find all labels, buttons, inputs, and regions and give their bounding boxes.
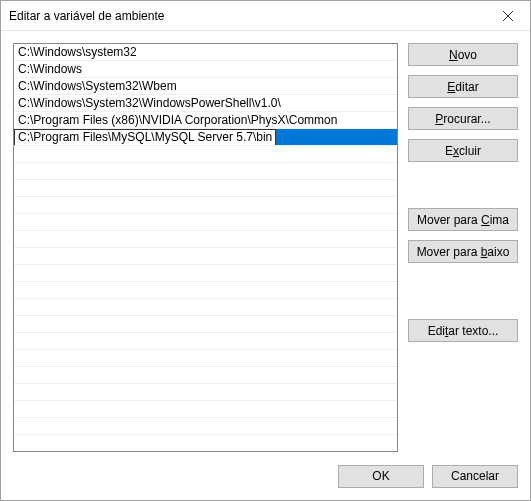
list-item-empty[interactable] [14, 248, 397, 265]
list-item-empty[interactable] [14, 299, 397, 316]
path-listbox[interactable]: C:\Windows\system32 C:\Windows C:\Window… [13, 43, 398, 452]
list-item-empty[interactable] [14, 316, 397, 333]
list-item[interactable]: C:\Windows\System32\WindowsPowerShell\v1… [14, 95, 397, 112]
move-down-button[interactable]: Mover para baixo [408, 240, 518, 263]
delete-button[interactable]: Excluir [408, 139, 518, 162]
list-item-empty[interactable] [14, 146, 397, 163]
browse-button[interactable]: Procurar... [408, 107, 518, 130]
new-button[interactable]: Novo [408, 43, 518, 66]
close-button[interactable] [485, 1, 530, 30]
list-item[interactable]: C:\Windows\System32\Wbem [14, 78, 397, 95]
list-item[interactable]: C:\Windows\system32 [14, 44, 397, 61]
list-item-empty[interactable] [14, 384, 397, 401]
list-item[interactable]: C:\Windows [14, 61, 397, 78]
list-item-empty[interactable] [14, 265, 397, 282]
list-item-empty[interactable] [14, 163, 397, 180]
move-up-button[interactable]: Mover para Cima [408, 208, 518, 231]
spacer [408, 171, 518, 199]
list-item-empty[interactable] [14, 180, 397, 197]
ok-button[interactable]: OK [338, 465, 424, 488]
list-item-selected[interactable]: C:\Program Files\MySQL\MySQL Server 5.7\… [14, 129, 397, 146]
spacer [408, 272, 518, 310]
list-item-empty[interactable] [14, 367, 397, 384]
titlebar: Editar a variável de ambiente [1, 1, 530, 31]
list-item-empty[interactable] [14, 197, 397, 214]
side-buttons: Novo Editar Procurar... Excluir Mover pa… [408, 43, 518, 452]
edit-button[interactable]: Editar [408, 75, 518, 98]
inline-edit-input[interactable]: C:\Program Files\MySQL\MySQL Server 5.7\… [14, 129, 276, 146]
list-item-empty[interactable] [14, 401, 397, 418]
list-item-empty[interactable] [14, 214, 397, 231]
list-item[interactable]: C:\Program Files (x86)\NVIDIA Corporatio… [14, 112, 397, 129]
list-inner: C:\Windows\system32 C:\Windows C:\Window… [14, 44, 397, 435]
close-icon [503, 11, 513, 21]
content-area: C:\Windows\system32 C:\Windows C:\Window… [1, 31, 530, 452]
list-item-empty[interactable] [14, 282, 397, 299]
list-item-empty[interactable] [14, 333, 397, 350]
edit-text-button[interactable]: Editar texto... [408, 319, 518, 342]
list-item-empty[interactable] [14, 350, 397, 367]
list-item-empty[interactable] [14, 418, 397, 435]
cancel-button[interactable]: Cancelar [432, 465, 518, 488]
dialog-window: Editar a variável de ambiente C:\Windows… [0, 0, 531, 501]
window-title: Editar a variável de ambiente [9, 9, 164, 23]
footer: OK Cancelar [1, 452, 530, 500]
list-item-empty[interactable] [14, 231, 397, 248]
